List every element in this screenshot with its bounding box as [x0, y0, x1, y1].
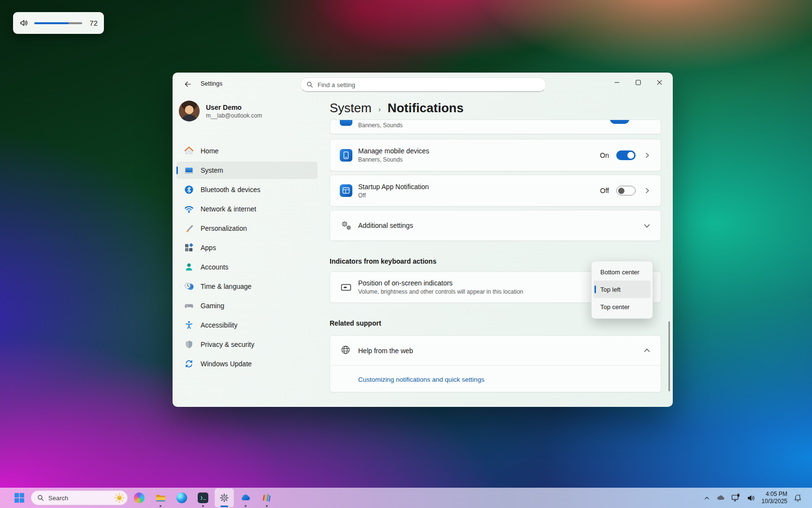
sidebar-item-accounts[interactable]: Accounts	[176, 258, 318, 276]
taskbar-app-settings[interactable]	[215, 488, 234, 508]
account-card[interactable]: User Demo m__lab@outlook.com	[179, 101, 262, 121]
volume-value: 72	[88, 19, 98, 27]
tray-notification-bell-icon[interactable]: z	[793, 493, 802, 503]
maximize-button[interactable]	[627, 73, 649, 92]
row-title: Help from the web	[358, 347, 644, 355]
titlebar[interactable]: Settings Find a setting	[173, 73, 673, 95]
sidebar-item-label: Network & internet	[201, 205, 256, 213]
help-link[interactable]: Customizing notifications and quick sett…	[358, 376, 484, 383]
manage-mobile-devices-row[interactable]: Manage mobile devices Banners, Sounds On	[330, 139, 661, 171]
row-subtitle: Off	[358, 192, 600, 199]
toggle-state-label: On	[600, 151, 609, 159]
tray-chevron-up-icon[interactable]	[704, 495, 710, 501]
start-button[interactable]	[11, 489, 28, 507]
notification-row-partial[interactable]: Banners, Sounds	[330, 120, 661, 134]
close-button[interactable]	[649, 73, 670, 92]
taskbar-search-box[interactable]: Search	[31, 491, 128, 505]
back-arrow-icon	[184, 81, 191, 88]
row-title: Manage mobile devices	[358, 147, 600, 155]
sidebar-item-bluetooth-devices[interactable]: Bluetooth & devices	[176, 181, 318, 198]
sidebar-item-network-internet[interactable]: Network & internet	[176, 200, 318, 218]
sidebar-item-windows-update[interactable]: Windows Update	[176, 355, 318, 373]
taskbar: Search ❯_	[0, 488, 812, 508]
system-tray: 4:05 PM 10/3/2025 z	[704, 488, 812, 508]
tray-time: 4:05 PM	[762, 491, 787, 498]
startup-app-notification-row[interactable]: Startup App Notification Off Off	[330, 175, 661, 207]
sidebar-item-system[interactable]: System	[176, 162, 318, 179]
divider	[330, 365, 661, 366]
sidebar-item-time-language[interactable]: Time & language	[176, 278, 318, 295]
tray-clock[interactable]: 4:05 PM 10/3/2025	[762, 491, 787, 505]
taskbar-search-label: Search	[48, 494, 110, 502]
manage-mobile-toggle[interactable]	[616, 150, 636, 160]
volume-slider[interactable]	[34, 22, 82, 24]
settings-sidebar: User Demo m__lab@outlook.com Home System	[176, 95, 318, 407]
tray-onedrive-paused-icon[interactable]	[716, 493, 725, 503]
dropdown-option-top-left[interactable]: Top left	[594, 281, 651, 298]
file-explorer-icon	[155, 493, 166, 504]
svg-text:z: z	[799, 493, 800, 496]
sidebar-item-home[interactable]: Home	[176, 142, 318, 160]
breadcrumb-parent[interactable]: System	[330, 101, 372, 116]
accessibility-person-icon	[184, 320, 194, 330]
sidebar-item-accessibility[interactable]: Accessibility	[176, 316, 318, 334]
chevron-up-icon[interactable]	[644, 347, 650, 354]
search-icon	[37, 494, 44, 501]
sidebar-item-label: Home	[201, 147, 218, 155]
edge-icon	[176, 493, 187, 503]
toggle-state-label: Off	[600, 187, 609, 194]
windows-update-icon	[184, 359, 194, 369]
scrollbar-thumb[interactable]	[668, 321, 670, 391]
mobile-devices-icon	[340, 149, 352, 162]
on-screen-indicator-icon	[340, 281, 352, 294]
window-title: Settings	[201, 73, 222, 95]
settings-window: Settings Find a setting U	[173, 73, 673, 407]
help-from-web-expander[interactable]: Help from the web	[330, 336, 661, 365]
sidebar-nav: Home System Bluetooth & devices Network …	[176, 142, 318, 373]
user-name: User Demo	[206, 104, 262, 111]
taskbar-app-terminal[interactable]: ❯_	[193, 488, 213, 508]
find-setting-placeholder: Find a setting	[318, 81, 355, 89]
volume-slider-fill	[34, 22, 69, 24]
search-icon	[306, 81, 313, 88]
privacy-shield-icon	[184, 340, 194, 349]
back-button[interactable]	[180, 77, 195, 91]
apps-icon	[184, 243, 194, 253]
dropdown-option-top-center[interactable]: Top center	[594, 298, 651, 315]
time-language-icon	[184, 282, 194, 291]
additional-settings-expander[interactable]: Additional settings	[330, 210, 661, 241]
personalization-brush-icon	[184, 224, 194, 233]
taskbar-app-file-explorer[interactable]	[151, 488, 170, 508]
chevron-right-icon[interactable]	[644, 188, 650, 194]
chevron-right-icon[interactable]	[644, 152, 650, 158]
sidebar-item-gaming[interactable]: Gaming	[176, 297, 318, 314]
sidebar-item-apps[interactable]: Apps	[176, 239, 318, 256]
chevron-down-icon[interactable]	[644, 223, 650, 229]
dropdown-option-bottom-center[interactable]: Bottom center	[594, 263, 651, 281]
sidebar-item-label: System	[201, 166, 223, 174]
row-title: Additional settings	[358, 222, 644, 229]
startup-app-toggle[interactable]	[616, 186, 636, 195]
taskbar-app-edge[interactable]	[172, 488, 191, 508]
sidebar-item-privacy-security[interactable]: Privacy & security	[176, 336, 318, 353]
sidebar-item-personalization[interactable]: Personalization	[176, 220, 318, 237]
tray-network-icon[interactable]	[731, 493, 741, 503]
home-icon	[184, 146, 194, 156]
find-setting-searchbox[interactable]: Find a setting	[300, 77, 546, 92]
tray-speaker-icon[interactable]	[747, 493, 756, 503]
breadcrumb: System › Notifications	[330, 101, 464, 116]
row-title: Startup App Notification	[358, 183, 600, 191]
bluetooth-icon	[184, 185, 194, 194]
globe-icon	[340, 344, 352, 357]
sidebar-item-label: Gaming	[201, 302, 224, 310]
taskbar-app-insider[interactable]	[257, 488, 276, 508]
network-wifi-icon	[184, 204, 194, 214]
minimize-button[interactable]	[606, 73, 627, 92]
avatar	[179, 101, 200, 121]
sidebar-item-label: Bluetooth & devices	[201, 186, 261, 194]
taskbar-app-onedrive[interactable]	[236, 488, 255, 508]
taskbar-app-copilot[interactable]	[130, 488, 149, 508]
toggle-partial[interactable]	[610, 120, 629, 124]
volume-osd: 72	[13, 12, 104, 34]
section-header-indicators: Indicators from keyboard actions	[330, 257, 436, 265]
